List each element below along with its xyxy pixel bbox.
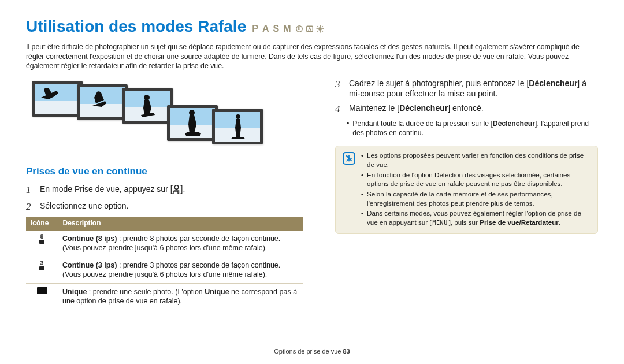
- svg-line-8: [317, 26, 318, 27]
- note-2: En fonction de l'option Détection des vi…: [367, 170, 590, 188]
- step-3-b: Déclencheur: [529, 79, 577, 88]
- step-num-1: 1: [26, 184, 34, 196]
- step-4-b: Déclencheur: [399, 103, 448, 113]
- svg-rect-17: [173, 191, 178, 194]
- note-icon: [343, 152, 355, 165]
- svg-point-14: [236, 114, 240, 119]
- note-4: Dans certains modes, vous pouvez égaleme…: [367, 209, 590, 226]
- step-2-text: Sélectionnez une option.: [40, 200, 309, 213]
- step-4-a: Maintenez le [: [349, 103, 399, 113]
- row2-desc: Continue (3 ips) : prendre 3 photos par …: [58, 257, 303, 283]
- svg-point-3: [318, 27, 322, 31]
- step-1-after: ].: [181, 184, 185, 194]
- step-num-2: 2: [26, 200, 34, 213]
- step-4-c: ] enfoncé.: [448, 103, 484, 113]
- page-title: Utilisation des modes Rafale: [26, 16, 246, 38]
- step-1-text: En mode Prise de vue, appuyez sur [: [40, 184, 173, 194]
- row1-desc: Continue (8 ips) : prendre 8 photos par …: [58, 231, 303, 257]
- note-3: Selon la capacité de la carte mémoire et…: [367, 190, 590, 207]
- step-2: 2 Sélectionnez une option.: [26, 200, 309, 213]
- burst-button-icon: [173, 185, 181, 194]
- page-footer: Options de prise de vue 83: [0, 347, 624, 356]
- step-num-3: 3: [335, 78, 343, 99]
- svg-text:S: S: [297, 27, 301, 31]
- row1-icon: 8: [26, 231, 58, 257]
- step-4-sub-a: Pendant toute la durée de la pression su…: [352, 120, 493, 128]
- right-column: 3 Cadrez le sujet à photographier, puis …: [335, 78, 598, 310]
- th-icon: Icône: [26, 217, 58, 231]
- step-4-sub-b: Déclencheur: [493, 120, 535, 128]
- th-desc: Description: [58, 217, 303, 231]
- mode-indicators: P A S M S: [252, 23, 324, 35]
- burst-illustration: [26, 81, 309, 156]
- svg-point-15: [174, 185, 178, 189]
- row3-desc: Unique : prendre une seule photo. (L'opt…: [58, 283, 303, 310]
- mode-p: P: [252, 23, 261, 35]
- svg-point-13: [189, 110, 195, 116]
- step-num-4: 4: [335, 103, 343, 116]
- menu-label: MENU: [432, 219, 449, 227]
- options-table: Icône Description 8 Continue (8 ips) : p…: [26, 217, 303, 310]
- mode-icon-smart: S: [295, 24, 303, 33]
- mode-s: S: [273, 23, 281, 35]
- intro-text: Il peut être difficile de photographier …: [26, 42, 598, 71]
- mode-icon-magic: [305, 24, 314, 33]
- left-column: Prises de vue en continue 1 En mode Pris…: [26, 78, 309, 310]
- step-4: 4 Maintenez le [Déclencheur] enfoncé.: [335, 103, 598, 116]
- mode-m: M: [283, 23, 293, 35]
- row2-icon: 3: [26, 257, 58, 283]
- svg-line-10: [317, 30, 318, 31]
- note-box: Les options proposées peuvent varier en …: [335, 146, 598, 234]
- step-3: 3 Cadrez le sujet à photographier, puis …: [335, 78, 598, 99]
- mode-a: A: [262, 23, 272, 35]
- step-3-a: Cadrez le sujet à photographier, puis en…: [349, 79, 529, 88]
- mode-icon-gear: [315, 24, 324, 33]
- step-1: 1 En mode Prise de vue, appuyez sur [].: [26, 184, 309, 196]
- svg-line-11: [322, 26, 323, 27]
- svg-point-12: [144, 95, 150, 101]
- section-subhead: Prises de vue en continue: [26, 165, 309, 178]
- note-1: Les options proposées peuvent varier en …: [367, 151, 590, 169]
- step-4-sub: Pendant toute la durée de la pression su…: [347, 119, 598, 138]
- row3-icon: [26, 283, 58, 310]
- svg-line-9: [322, 30, 323, 31]
